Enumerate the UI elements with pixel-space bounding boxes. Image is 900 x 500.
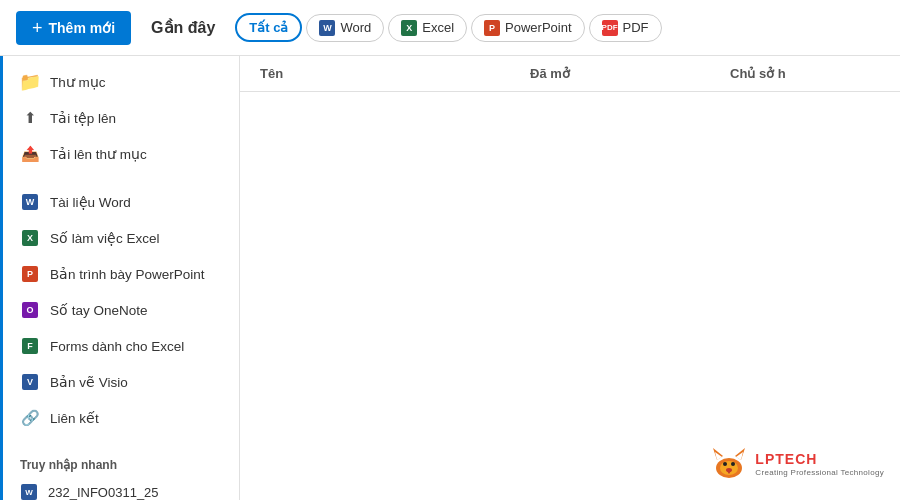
excel-icon: X <box>401 20 417 36</box>
qa1-icon: W <box>20 483 38 500</box>
sidebar-item-excel-label: Số làm việc Excel <box>50 230 160 246</box>
main-layout: 📁 Thư mục ⬆ Tải tệp lên 📤 Tải lên thư mụ… <box>0 56 900 500</box>
col-opened-header: Đã mở <box>530 66 730 81</box>
sidebar-item-folder-label: Thư mục <box>50 74 106 90</box>
sidebar-visio-icon: V <box>20 372 40 392</box>
filter-tab-ppt[interactable]: P PowerPoint <box>471 14 584 42</box>
filter-ppt-label: PowerPoint <box>505 20 571 35</box>
new-button-label: Thêm mới <box>49 20 116 36</box>
sidebar-item-link-label: Liên kết <box>50 410 99 426</box>
filter-pdf-label: PDF <box>623 20 649 35</box>
new-button[interactable]: + Thêm mới <box>16 11 131 45</box>
table-header: Tên Đã mở Chủ sở h <box>240 56 900 92</box>
sidebar-item-forms-label: Forms dành cho Excel <box>50 339 184 354</box>
col-name-header: Tên <box>260 66 530 81</box>
svg-point-4 <box>723 462 727 466</box>
sidebar-item-upload-folder[interactable]: 📤 Tải lên thư mục <box>0 136 239 172</box>
sidebar-item-excel[interactable]: X Số làm việc Excel <box>0 220 239 256</box>
sidebar-item-word[interactable]: W Tài liệu Word <box>0 184 239 220</box>
sidebar: 📁 Thư mục ⬆ Tải tệp lên 📤 Tải lên thư mụ… <box>0 56 240 500</box>
sidebar-ppt-icon: P <box>20 264 40 284</box>
sidebar-item-visio-label: Bản vẽ Visio <box>50 374 128 390</box>
sidebar-excel-icon: X <box>20 228 40 248</box>
qa1-label: 232_INFO0311_25 <box>48 485 159 500</box>
sidebar-item-onenote[interactable]: O Số tay OneNote <box>0 292 239 328</box>
filter-tabs: Tất cả W Word X Excel P PowerPoint PDF <box>235 13 661 42</box>
section-label: Gần đây <box>151 18 215 37</box>
sidebar-item-onenote-label: Số tay OneNote <box>50 302 148 318</box>
sidebar-item-upload-file[interactable]: ⬆ Tải tệp lên <box>0 100 239 136</box>
quick-access-title: Truy nhập nhanh <box>0 448 239 476</box>
top-bar: + Thêm mới Gần đây Tất cả W Word X Excel… <box>0 0 900 56</box>
sidebar-item-upload-folder-label: Tải lên thư mục <box>50 146 147 162</box>
pdf-icon: PDF <box>602 20 618 36</box>
sidebar-item-ppt-label: Bản trình bày PowerPoint <box>50 266 205 282</box>
sidebar-item-visio[interactable]: V Bản vẽ Visio <box>0 364 239 400</box>
sidebar-item-ppt[interactable]: P Bản trình bày PowerPoint <box>0 256 239 292</box>
svg-point-5 <box>731 462 735 466</box>
content-area: Tên Đã mở Chủ sở h <box>240 56 900 500</box>
filter-tab-all[interactable]: Tất cả <box>235 13 302 42</box>
sidebar-item-word-label: Tài liệu Word <box>50 194 131 210</box>
filter-word-label: Word <box>340 20 371 35</box>
filter-excel-label: Excel <box>422 20 454 35</box>
logo-text: LPTECH Creating Professional Technology <box>755 451 884 477</box>
folder-icon: 📁 <box>20 72 40 92</box>
sidebar-item-folder[interactable]: 📁 Thư mục <box>0 64 239 100</box>
upload-file-icon: ⬆ <box>20 108 40 128</box>
link-icon: 🔗 <box>20 408 40 428</box>
word-icon: W <box>319 20 335 36</box>
filter-all-label: Tất cả <box>249 20 288 35</box>
upload-folder-icon: 📤 <box>20 144 40 164</box>
sidebar-word-icon: W <box>20 192 40 212</box>
logo-fox-icon <box>709 444 749 484</box>
ppt-icon: P <box>484 20 500 36</box>
logo-brand: LPTECH <box>755 451 884 468</box>
sidebar-item-link[interactable]: 🔗 Liên kết <box>0 400 239 436</box>
logo-area: LPTECH Creating Professional Technology <box>709 444 884 484</box>
plus-icon: + <box>32 19 43 37</box>
sidebar-item-upload-file-label: Tải tệp lên <box>50 110 116 126</box>
logo-sub: Creating Professional Technology <box>755 468 884 478</box>
sidebar-onenote-icon: O <box>20 300 40 320</box>
filter-tab-word[interactable]: W Word <box>306 14 384 42</box>
filter-tab-excel[interactable]: X Excel <box>388 14 467 42</box>
sidebar-qa-item-1[interactable]: W 232_INFO0311_25 <box>0 476 239 500</box>
sidebar-forms-icon: F <box>20 336 40 356</box>
sidebar-item-forms[interactable]: F Forms dành cho Excel <box>0 328 239 364</box>
content-body <box>240 92 900 500</box>
filter-tab-pdf[interactable]: PDF PDF <box>589 14 662 42</box>
col-owner-header: Chủ sở h <box>730 66 880 81</box>
